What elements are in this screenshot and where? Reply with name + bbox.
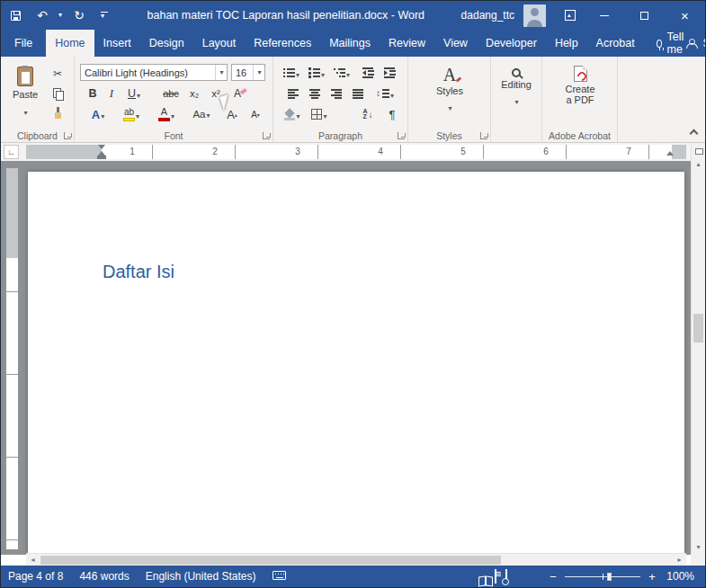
align-center-button[interactable] — [306, 85, 324, 102]
zoom-percentage[interactable]: 100% — [664, 570, 694, 583]
left-indent-marker[interactable] — [97, 156, 106, 159]
print-layout-button[interactable] — [495, 570, 496, 583]
bullets-button[interactable] — [281, 64, 302, 82]
clear-formatting-button[interactable]: A — [229, 85, 253, 102]
strikethrough-button[interactable]: abc — [159, 85, 183, 102]
first-line-indent-marker[interactable] — [98, 145, 105, 149]
tell-me-box[interactable]: Tell me — [657, 30, 687, 57]
tab-review[interactable]: Review — [380, 30, 434, 57]
tab-developer[interactable]: Developer — [477, 30, 546, 57]
vertical-scroll-thumb[interactable] — [693, 314, 703, 343]
scroll-right-button[interactable]: ▸ — [673, 554, 686, 566]
word-count[interactable]: 446 words — [79, 570, 129, 583]
tab-file[interactable]: File — [1, 30, 46, 57]
underline-button[interactable]: U — [121, 85, 147, 102]
tab-mailings[interactable]: Mailings — [320, 30, 380, 57]
zoom-slider[interactable] — [565, 572, 640, 582]
decrease-indent-button[interactable] — [358, 64, 378, 82]
undo-button[interactable]: ↶ — [30, 1, 55, 30]
italic-button[interactable]: I — [103, 85, 120, 102]
ribbon-display-options-button[interactable] — [557, 1, 584, 30]
chevron-down-icon[interactable] — [389, 85, 394, 102]
align-right-button[interactable] — [327, 85, 345, 102]
borders-button[interactable] — [308, 105, 331, 123]
signed-in-user[interactable]: dadang_ttc — [461, 9, 514, 22]
cut-button[interactable]: ✂ — [48, 66, 67, 82]
chevron-down-icon[interactable] — [135, 106, 139, 122]
page-indicator[interactable]: Page 4 of 8 — [8, 570, 63, 583]
document-heading-text[interactable]: Daftar Isi — [103, 262, 174, 282]
justify-button[interactable] — [349, 85, 367, 102]
quick-access-toolbar-menu[interactable] — [93, 1, 116, 30]
scroll-down-button[interactable]: ▾ — [692, 540, 705, 553]
chevron-down-icon[interactable] — [136, 85, 140, 102]
vertical-ruler[interactable] — [6, 168, 18, 549]
tab-design[interactable]: Design — [140, 30, 193, 57]
chevron-down-icon[interactable] — [295, 65, 299, 81]
zoom-out-button[interactable]: − — [549, 570, 558, 584]
font-name-combobox[interactable]: Calibri Light (Headings) — [80, 64, 228, 81]
chevron-down-icon[interactable] — [322, 106, 326, 122]
text-effects-button[interactable]: A — [85, 105, 111, 123]
collapse-ribbon-icon[interactable] — [690, 129, 699, 138]
scroll-left-button[interactable]: ◂ — [26, 554, 40, 566]
font-color-button[interactable]: A — [154, 105, 179, 123]
numbering-button[interactable] — [306, 64, 327, 82]
close-button[interactable]: × — [665, 1, 705, 30]
undo-dropdown[interactable]: ▾ — [55, 1, 66, 30]
save-button[interactable] — [1, 1, 30, 30]
chevron-down-icon[interactable] — [295, 106, 299, 122]
chevron-down-icon[interactable] — [100, 106, 104, 122]
tab-selector-button[interactable]: ∟ — [4, 145, 19, 159]
chevron-down-icon[interactable] — [320, 65, 325, 81]
shading-button[interactable] — [281, 105, 304, 123]
tab-acrobat[interactable]: Acrobat — [587, 30, 644, 57]
zoom-slider-thumb[interactable] — [607, 573, 612, 581]
language-indicator[interactable]: English (United States) — [146, 570, 256, 583]
subscript-button[interactable]: x₂ — [184, 85, 204, 102]
minimize-button[interactable] — [584, 1, 624, 30]
sort-button[interactable]: AZ↓ — [356, 105, 380, 123]
show-paragraph-marks-button[interactable]: ¶ — [383, 105, 401, 123]
paste-button[interactable]: Paste — [6, 63, 44, 128]
chevron-down-icon[interactable] — [253, 65, 264, 80]
horizontal-scrollbar[interactable]: ◂ ▸ — [26, 553, 686, 566]
copy-button[interactable] — [48, 85, 67, 102]
scroll-up-button[interactable]: ▴ — [692, 157, 705, 170]
redo-button[interactable]: ↻ — [66, 1, 93, 30]
line-spacing-button[interactable]: ↕ — [371, 85, 399, 102]
chevron-down-icon[interactable] — [215, 65, 227, 80]
shrink-font-button[interactable]: A — [246, 105, 265, 123]
horizontal-ruler[interactable]: 1 2 3 4 5 6 7 — [26, 145, 686, 159]
paragraph-dialog-launcher-icon[interactable] — [398, 132, 405, 139]
font-size-combobox[interactable]: 16 — [231, 64, 265, 81]
change-case-button[interactable]: Aa — [188, 105, 215, 123]
tab-layout[interactable]: Layout — [193, 30, 246, 57]
multilevel-list-button[interactable] — [331, 64, 353, 82]
increase-indent-button[interactable] — [380, 64, 399, 82]
styles-dialog-launcher-icon[interactable] — [480, 132, 487, 139]
share-button[interactable]: Share — [686, 30, 706, 57]
font-dialog-launcher-icon[interactable] — [263, 132, 270, 139]
editing-button[interactable]: Editing — [496, 61, 537, 126]
right-indent-marker[interactable] — [666, 151, 674, 156]
tab-help[interactable]: Help — [546, 30, 587, 57]
format-painter-button[interactable] — [48, 105, 67, 121]
document-page[interactable]: Daftar Isi — [28, 172, 684, 555]
web-layout-button[interactable] — [505, 570, 507, 583]
align-left-button[interactable] — [284, 85, 302, 102]
tab-references[interactable]: References — [245, 30, 320, 57]
ruler-toggle-button[interactable] — [693, 145, 704, 157]
chevron-down-icon[interactable] — [206, 109, 210, 120]
create-pdf-button[interactable]: Create a PDF — [550, 61, 611, 126]
vertical-scrollbar[interactable]: ▴ ▾ — [691, 143, 705, 555]
chevron-down-icon[interactable] — [345, 65, 350, 81]
text-highlight-color-button[interactable]: ab — [118, 105, 145, 123]
horizontal-scroll-thumb[interactable] — [40, 556, 501, 565]
tab-view[interactable]: View — [434, 30, 477, 57]
zoom-in-button[interactable]: + — [648, 570, 657, 584]
bold-button[interactable]: B — [84, 85, 102, 102]
tab-insert[interactable]: Insert — [94, 30, 140, 57]
tab-home[interactable]: Home — [46, 30, 94, 57]
keyboard-indicator[interactable] — [273, 570, 286, 583]
